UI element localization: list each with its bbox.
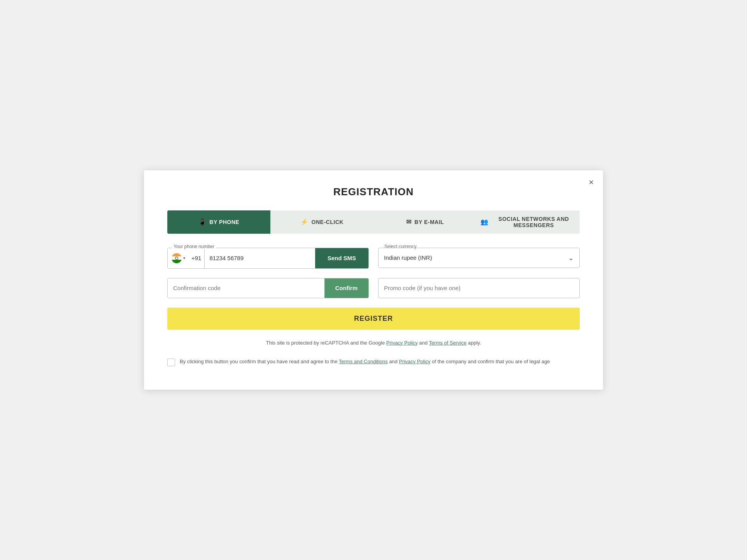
tab-by-phone[interactable]: 📱 BY PHONE bbox=[167, 210, 270, 234]
send-sms-button[interactable]: Send SMS bbox=[315, 248, 368, 268]
tab-by-phone-label: BY PHONE bbox=[209, 219, 239, 225]
flag-mid bbox=[172, 256, 182, 260]
confirmation-promo-row: Confirm bbox=[167, 278, 580, 298]
promo-form-group bbox=[378, 278, 580, 298]
modal-title: REGISTRATION bbox=[167, 186, 580, 198]
phone-form-group: Your phone number ▾ +91 Send SMS bbox=[167, 248, 369, 269]
confirmation-form-group: Confirm bbox=[167, 278, 369, 298]
confirmation-wrapper: Confirm bbox=[167, 278, 369, 298]
lightning-icon: ⚡ bbox=[300, 218, 309, 226]
flag-top bbox=[172, 253, 182, 257]
confirm-button[interactable]: Confirm bbox=[324, 278, 369, 298]
flag-bottom bbox=[172, 260, 182, 263]
country-chevron-icon: ▾ bbox=[183, 256, 185, 260]
social-icon: 👥 bbox=[480, 218, 489, 226]
registration-modal: × REGISTRATION 📱 BY PHONE ⚡ ONE-CLICK ✉ … bbox=[144, 170, 603, 390]
terms-text-before: By clicking this button you confirm that… bbox=[180, 359, 339, 364]
phone-currency-row: Your phone number ▾ +91 Send SMS bbox=[167, 248, 580, 269]
consent-text-after: of the company and confirm that you are … bbox=[430, 359, 550, 364]
tab-by-email[interactable]: ✉ BY E-MAIL bbox=[374, 210, 477, 234]
phone-label: Your phone number bbox=[172, 244, 216, 249]
privacy-policy-link[interactable]: Privacy Policy bbox=[386, 340, 418, 346]
confirmation-input[interactable] bbox=[168, 278, 324, 298]
currency-select[interactable]: Indian rupee (INR) US Dollar (USD) Euro … bbox=[384, 248, 568, 268]
terms-text: By clicking this button you confirm that… bbox=[180, 358, 550, 366]
recaptcha-and: and bbox=[418, 340, 429, 346]
recaptcha-text: This site is protected by reCAPTCHA and … bbox=[167, 339, 580, 347]
phone-field-wrapper: ▾ +91 Send SMS bbox=[167, 248, 369, 269]
currency-chevron-icon: ⌄ bbox=[568, 254, 574, 262]
terms-row: By clicking this button you confirm that… bbox=[167, 358, 580, 366]
tab-by-email-label: BY E-MAIL bbox=[414, 219, 444, 225]
promo-input-wrapper bbox=[378, 278, 580, 298]
currency-select-wrapper[interactable]: Indian rupee (INR) US Dollar (USD) Euro … bbox=[378, 248, 580, 268]
ashoka-chakra bbox=[175, 257, 178, 260]
phone-prefix: +91 bbox=[188, 248, 205, 268]
tab-social[interactable]: 👥 SOCIAL NETWORKS AND MESSENGERS bbox=[477, 210, 580, 234]
tab-one-click[interactable]: ⚡ ONE-CLICK bbox=[270, 210, 374, 234]
register-button[interactable]: REGISTER bbox=[167, 308, 580, 330]
promo-input[interactable] bbox=[384, 285, 574, 291]
registration-tabs: 📱 BY PHONE ⚡ ONE-CLICK ✉ BY E-MAIL 👥 SOC… bbox=[167, 210, 580, 234]
email-icon: ✉ bbox=[406, 218, 412, 226]
consent-privacy-link[interactable]: Privacy Policy bbox=[399, 359, 430, 364]
terms-checkbox[interactable] bbox=[167, 359, 175, 366]
phone-icon: 📱 bbox=[198, 218, 207, 226]
tab-social-label: SOCIAL NETWORKS AND MESSENGERS bbox=[492, 216, 576, 228]
recaptcha-text-before: This site is protected by reCAPTCHA and … bbox=[266, 340, 386, 346]
phone-input[interactable] bbox=[205, 248, 315, 268]
currency-form-group: Select currency Indian rupee (INR) US Do… bbox=[378, 248, 580, 269]
country-selector[interactable]: ▾ bbox=[168, 248, 188, 268]
terms-conditions-link[interactable]: Terms and Conditions bbox=[339, 359, 388, 364]
india-flag bbox=[172, 253, 182, 263]
close-button[interactable]: × bbox=[589, 178, 594, 187]
recaptcha-text-after: apply. bbox=[466, 340, 481, 346]
terms-of-service-link[interactable]: Terms of Service bbox=[429, 340, 466, 346]
tab-one-click-label: ONE-CLICK bbox=[312, 219, 344, 225]
consent-and: and bbox=[388, 359, 399, 364]
